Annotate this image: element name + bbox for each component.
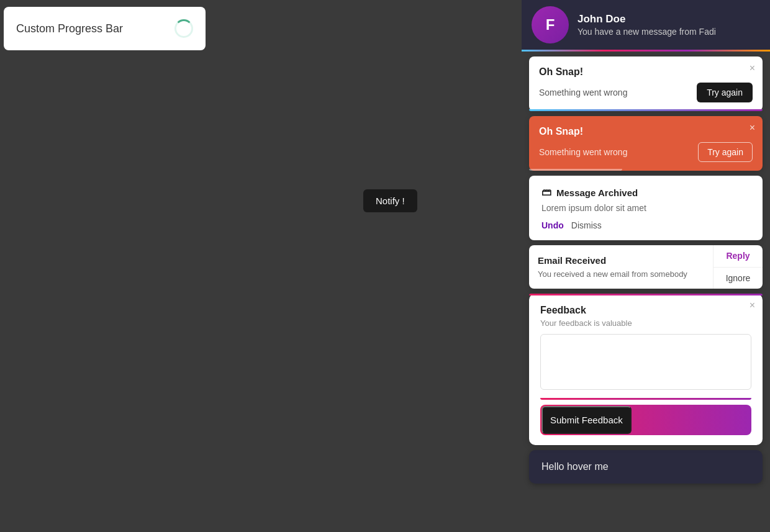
feedback-card: × Feedback Your feedback is valuable Sub…	[529, 294, 763, 445]
toast-white-card: × Oh Snap! Something went wrong Try agai…	[529, 56, 763, 111]
archived-header: 🗃 Message Archived	[541, 187, 750, 198]
user-message: You have a new message from Fadi	[578, 27, 760, 37]
avatar: F	[532, 6, 569, 43]
archived-title: Message Archived	[556, 187, 638, 198]
archived-body: Lorem ipsum dolor sit amet	[541, 203, 750, 213]
toast-container: × Oh Snap! Something went wrong Try agai…	[522, 52, 770, 489]
right-panel: F John Doe You have a new message from F…	[522, 0, 770, 489]
email-content: Email Received You received a new email …	[529, 245, 713, 289]
feedback-submit-wrapper: Submit Feedback	[540, 405, 751, 435]
feedback-textarea[interactable]	[540, 334, 751, 390]
email-body: You received a new email from somebody	[538, 269, 704, 279]
feedback-title: Feedback	[540, 305, 751, 316]
progress-bar-title: Custom Progress Bar	[16, 22, 123, 35]
dismiss-button[interactable]: Dismiss	[571, 220, 602, 230]
toast-red-body-row: Something went wrong Try again	[539, 142, 753, 162]
hello-hover-card[interactable]: Hello hover me	[529, 450, 763, 484]
loading-spinner	[174, 19, 193, 38]
toast-white-body: Something went wrong	[539, 88, 627, 97]
notify-button[interactable]: Notify !	[363, 189, 417, 212]
user-notification-bar: F John Doe You have a new message from F…	[522, 0, 770, 50]
submit-feedback-button[interactable]: Submit Feedback	[541, 406, 632, 434]
feedback-textarea-wrapper	[540, 334, 751, 399]
user-name: John Doe	[578, 13, 760, 25]
progress-bar-card: Custom Progress Bar	[4, 7, 206, 50]
feedback-subtitle: Your feedback is valuable	[540, 318, 751, 328]
email-received-card: Email Received You received a new email …	[529, 245, 763, 289]
feedback-close-button[interactable]: ×	[750, 300, 755, 311]
toast-white-try-again-button[interactable]: Try again	[697, 83, 753, 102]
feedback-card-progress	[529, 294, 763, 295]
email-actions: Reply Ignore	[713, 245, 763, 289]
toast-red-body: Something went wrong	[539, 147, 627, 157]
message-archived-card: 🗃 Message Archived Lorem ipsum dolor sit…	[529, 176, 763, 240]
email-title: Email Received	[538, 255, 704, 266]
archive-icon: 🗃	[541, 187, 551, 198]
toast-white-body-row: Something went wrong Try again	[539, 83, 753, 102]
archived-actions: Undo Dismiss	[541, 220, 750, 230]
toast-red-progress	[529, 169, 622, 171]
toast-red-title: Oh Snap!	[539, 126, 753, 137]
toast-white-progress	[529, 109, 763, 111]
reply-button[interactable]: Reply	[713, 245, 763, 268]
hello-hover-text: Hello hover me	[541, 461, 609, 472]
ignore-button[interactable]: Ignore	[713, 268, 763, 289]
toast-white-close-button[interactable]: ×	[750, 63, 755, 74]
user-info: John Doe You have a new message from Fad…	[578, 13, 760, 37]
toast-white-title: Oh Snap!	[539, 66, 753, 78]
toast-red-try-again-button[interactable]: Try again	[698, 142, 753, 162]
toast-red-close-button[interactable]: ×	[750, 122, 755, 133]
toast-red-card: × Oh Snap! Something went wrong Try agai…	[529, 116, 763, 171]
undo-button[interactable]: Undo	[541, 220, 564, 230]
